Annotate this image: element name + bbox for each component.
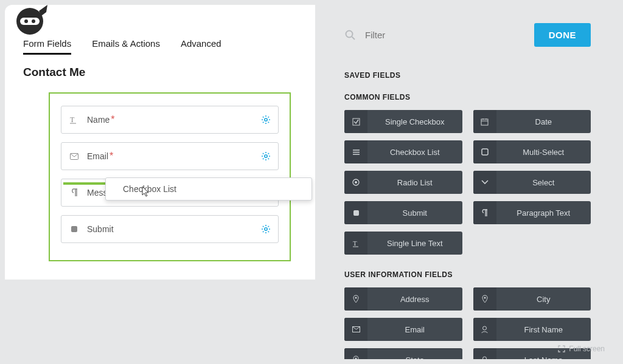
field-first-name[interactable]: First Name bbox=[473, 318, 591, 341]
svg-rect-34 bbox=[71, 226, 77, 232]
done-button[interactable]: DONE bbox=[534, 23, 591, 47]
field-single-line-text[interactable]: TSingle Line Text bbox=[344, 232, 462, 255]
field-single-checkbox[interactable]: Single Checkbox bbox=[344, 110, 462, 133]
svg-rect-54 bbox=[482, 149, 488, 155]
pin-icon bbox=[473, 287, 496, 311]
svg-rect-1 bbox=[20, 18, 40, 25]
pill-label: State bbox=[367, 355, 462, 360]
svg-point-63 bbox=[483, 326, 487, 330]
pill-label: Date bbox=[496, 117, 591, 126]
common-fields-grid: Single Checkbox Date Checkbox List Multi… bbox=[344, 110, 591, 255]
field-date[interactable]: Date bbox=[473, 110, 591, 133]
field-state[interactable]: State bbox=[344, 348, 462, 359]
field-email[interactable]: Email* bbox=[61, 142, 279, 170]
pill-label: Paragraph Text bbox=[496, 208, 591, 218]
gear-icon[interactable] bbox=[261, 115, 271, 125]
svg-point-2 bbox=[24, 19, 28, 23]
svg-point-35 bbox=[265, 228, 267, 230]
field-address[interactable]: Address bbox=[344, 287, 462, 311]
fullscreen-toggle[interactable]: Full screen bbox=[558, 345, 605, 353]
svg-point-16 bbox=[265, 155, 267, 157]
pill-label: Single Line Text bbox=[367, 239, 462, 248]
svg-text:T: T bbox=[70, 115, 75, 124]
svg-line-21 bbox=[263, 153, 263, 154]
svg-point-61 bbox=[484, 297, 486, 299]
tab-form-fields[interactable]: Form Fields bbox=[23, 38, 71, 55]
filter-input[interactable] bbox=[365, 30, 534, 40]
cursor-icon bbox=[141, 185, 151, 197]
right-panel: DONE SAVED FIELDS COMMON FIELDS Single C… bbox=[332, 5, 618, 359]
tab-emails-actions[interactable]: Emails & Actions bbox=[92, 38, 160, 55]
paragraph-icon bbox=[473, 201, 496, 224]
tabs: Form Fields Emails & Actions Advanced bbox=[23, 38, 297, 55]
user-fields-grid: Address City Email First Name State Last… bbox=[344, 287, 591, 359]
envelope-icon bbox=[344, 318, 367, 341]
gear-icon[interactable] bbox=[261, 224, 271, 234]
pill-label: Select bbox=[496, 178, 591, 187]
field-label: Email bbox=[87, 151, 108, 161]
paragraph-icon bbox=[69, 188, 80, 197]
svg-point-3 bbox=[32, 19, 35, 23]
field-paragraph-text[interactable]: Paragraph Text bbox=[473, 201, 591, 224]
svg-line-14 bbox=[268, 117, 269, 117]
svg-line-40 bbox=[263, 226, 263, 227]
svg-point-44 bbox=[346, 30, 353, 37]
dot-icon bbox=[344, 171, 367, 194]
svg-point-65 bbox=[483, 357, 487, 360]
required-star: * bbox=[110, 151, 113, 162]
field-label: Name bbox=[87, 115, 110, 125]
svg-point-6 bbox=[265, 118, 267, 121]
svg-rect-47 bbox=[481, 119, 488, 125]
list-icon bbox=[344, 140, 367, 163]
filter-row: DONE bbox=[344, 23, 591, 47]
field-radio-list[interactable]: Radio List bbox=[344, 171, 462, 194]
expand-icon bbox=[558, 345, 565, 352]
square-icon bbox=[69, 225, 80, 233]
fullscreen-label: Full screen bbox=[569, 345, 605, 353]
pill-label: Single Checkbox bbox=[367, 117, 462, 126]
tab-advanced[interactable]: Advanced bbox=[181, 38, 221, 55]
svg-line-23 bbox=[263, 159, 263, 159]
pill-label: Address bbox=[367, 295, 462, 304]
drag-ghost-checkbox-list: Checkbox List bbox=[105, 177, 312, 201]
field-submit-btn[interactable]: Submit bbox=[344, 201, 462, 224]
svg-rect-57 bbox=[353, 210, 359, 216]
svg-point-60 bbox=[355, 297, 357, 299]
user-icon bbox=[473, 348, 496, 359]
section-user-info-fields: USER INFORMATION FIELDS bbox=[344, 270, 591, 279]
field-select[interactable]: Select bbox=[473, 171, 591, 194]
square-icon bbox=[344, 201, 367, 224]
search-icon bbox=[344, 29, 357, 41]
svg-line-24 bbox=[268, 153, 269, 154]
svg-line-41 bbox=[268, 232, 269, 232]
svg-line-42 bbox=[263, 232, 263, 232]
svg-line-43 bbox=[268, 226, 269, 227]
svg-point-56 bbox=[355, 181, 357, 184]
form-title: Contact Me bbox=[23, 66, 297, 79]
svg-line-11 bbox=[263, 117, 263, 117]
pill-label: Checkbox List bbox=[367, 148, 462, 157]
gear-icon[interactable] bbox=[261, 151, 271, 161]
form-canvas[interactable]: T Name* Email* Message* Submit bbox=[49, 92, 291, 261]
user-icon bbox=[473, 318, 496, 341]
section-saved-fields: SAVED FIELDS bbox=[344, 71, 591, 80]
chevron-down-icon bbox=[473, 171, 496, 194]
field-label: Submit bbox=[87, 224, 114, 234]
pill-label: Multi-Select bbox=[496, 148, 591, 157]
envelope-icon bbox=[69, 153, 80, 160]
field-submit[interactable]: Submit bbox=[61, 215, 279, 243]
svg-line-45 bbox=[352, 36, 355, 39]
ninja-logo bbox=[12, 5, 47, 39]
svg-line-22 bbox=[268, 159, 269, 159]
calendar-icon bbox=[473, 110, 496, 133]
field-multi-select[interactable]: Multi-Select bbox=[473, 140, 591, 163]
field-city[interactable]: City bbox=[473, 287, 591, 311]
field-email[interactable]: Email bbox=[344, 318, 462, 341]
svg-text:T: T bbox=[353, 239, 357, 247]
square-o-icon bbox=[473, 140, 496, 163]
field-name[interactable]: T Name* bbox=[61, 106, 279, 134]
pill-label: Last Name bbox=[496, 355, 591, 360]
pill-label: Email bbox=[367, 325, 462, 334]
field-checkbox-list[interactable]: Checkbox List bbox=[344, 140, 462, 163]
svg-line-13 bbox=[263, 122, 263, 123]
